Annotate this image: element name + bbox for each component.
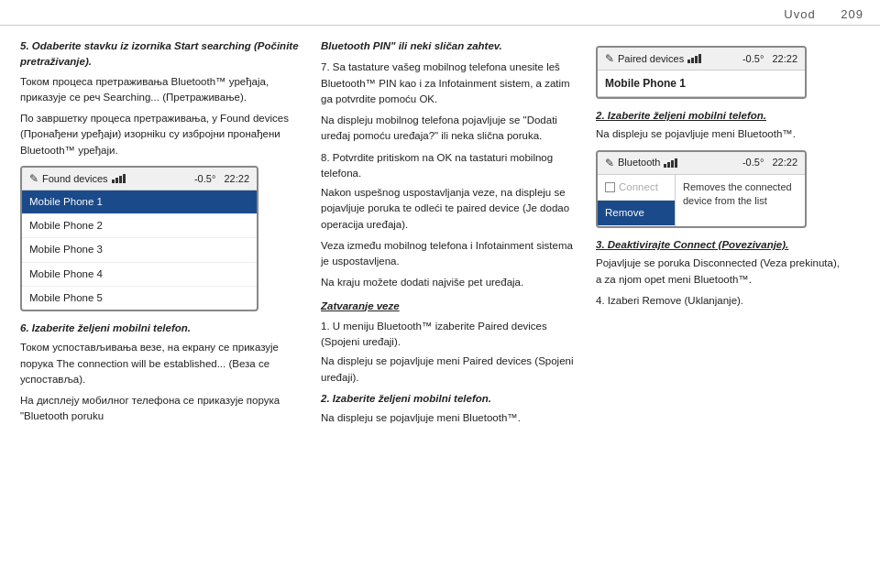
bt-pin-heading: Bluetooth PIN" ili neki sličan zahtev. [321, 38, 574, 54]
bluetooth-menu-screen: ✎ Bluetooth -0.5° 22:22 [596, 150, 807, 229]
step4-text: 4. Izaberi Remove (Uklanjanje). [596, 293, 840, 309]
step2-right-label: 2. Izaberite željeni mobilni telefon. [596, 108, 840, 124]
list-item[interactable]: Mobile Phone 2 [22, 214, 257, 238]
step8-heading: 8. Potvrdite pritiskom na OK na tastatur… [321, 150, 574, 182]
signal-bars [112, 174, 126, 183]
page-header: Uvod 209 [0, 0, 880, 26]
step2-right-para: Na displeju se pojavljuje meni Bluetooth… [596, 126, 840, 142]
step3-para: Pojavljuje se poruka Disconnected (Veza … [596, 256, 840, 288]
remove-item[interactable]: Remove [598, 201, 675, 226]
section-heading: Zatvaranje veze [321, 299, 574, 314]
bt-menu-left: Connect Remove [598, 175, 676, 227]
step3-heading: 3. Deaktivirajte Connect (Povezivanje). [596, 237, 840, 253]
step7-text: 7. Sa tastature vašeg mobilnog telefona … [321, 60, 574, 107]
main-content: 5. Odaberite stavku iz izornika Start se… [0, 29, 880, 588]
step8-para2: Veza između mobilnog telefona i Infotain… [321, 238, 574, 270]
connect-item[interactable]: Connect [598, 175, 675, 201]
screen-topbar: ✎ Found devices -0.5° 22:22 [22, 168, 257, 191]
pen-icon: ✎ [29, 170, 38, 187]
step2-para: Na displeju se pojavljuje meni Bluetooth… [321, 410, 574, 426]
list-item[interactable]: Mobile Phone 4 [22, 263, 257, 287]
signal-bars [688, 54, 701, 63]
step2-label: 2. Izaberite željeni mobilni telefon. [321, 391, 574, 407]
col-mid: Bluetooth PIN" ili neki sličan zahtev. 7… [312, 29, 587, 588]
step5-para2: По завршетку процеса претраживања, у Fou… [20, 111, 299, 158]
z1-para: Na displeju se pojavljuje meni Paired de… [321, 354, 574, 386]
step5-para1: Током процеса претраживања Bluetooth™ ур… [20, 74, 299, 106]
paired-devices-screen: ✎ Paired devices -0.5° 22:22 Mobile [596, 46, 807, 99]
checkbox-icon [605, 182, 615, 192]
screen-title: Mobile Phone 1 [598, 71, 805, 97]
step6-heading: 6. Izaberite željeni mobilni telefon. [20, 321, 299, 336]
list-item[interactable]: Mobile Phone 1 [22, 191, 257, 214]
col-left: 5. Odaberite stavku iz izornika Start se… [0, 29, 312, 588]
screen-topbar-paired: ✎ Paired devices -0.5° 22:22 [598, 48, 805, 71]
found-devices-screen: ✎ Found devices -0.5° 22:22 Mobile [20, 166, 258, 311]
z1-heading: 1. U meniju Bluetooth™ izaberite Paired … [321, 319, 574, 351]
pen-icon: ✎ [605, 155, 614, 171]
step6-para2: На дисплеју мобилног телефона се приказу… [20, 393, 299, 425]
screen-topbar-bt: ✎ Bluetooth -0.5° 22:22 [598, 152, 805, 175]
step8-para3: Na kraju možete dodati najviše pet uređa… [321, 275, 574, 290]
step6-para1: Током успостављивања везе, на екрану се … [20, 340, 299, 387]
bt-menu-right: Removes the connected device from the li… [676, 175, 805, 227]
bt-menu: Connect Remove Removes the connected dev… [598, 175, 805, 227]
pen-icon: ✎ [605, 50, 614, 67]
signal-bars [664, 158, 677, 168]
device-list: Mobile Phone 1 Mobile Phone 2 Mobile Pho… [22, 191, 257, 310]
page-title: Uvod 209 [784, 7, 864, 21]
step8-para: Nakon uspešnog uspostavljanja veze, na d… [321, 185, 574, 233]
step7-para2: Na displeju mobilnog telefona pojavljuje… [321, 113, 574, 145]
step5-heading: 5. Odaberite stavku iz izornika Start se… [20, 38, 299, 71]
col-right: ✎ Paired devices -0.5° 22:22 Mobile [587, 29, 852, 588]
list-item[interactable]: Mobile Phone 3 [22, 238, 257, 262]
list-item[interactable]: Mobile Phone 5 [22, 287, 257, 310]
